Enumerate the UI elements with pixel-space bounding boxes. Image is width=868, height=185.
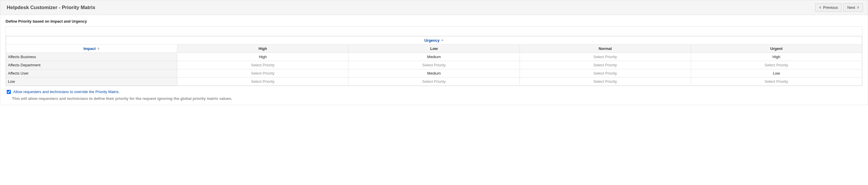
priority-cell[interactable]: Select Priority [520, 61, 691, 69]
priority-cell[interactable]: Select Priority [348, 61, 520, 69]
matrix-row: Affects UserSelect PriorityMediumSelect … [6, 69, 862, 78]
priority-cell[interactable]: Select Priority [691, 78, 862, 86]
urgency-column-header: Urgent [691, 45, 862, 53]
impact-row-label: Affects Department [6, 61, 177, 69]
priority-cell[interactable]: Select Priority [691, 61, 862, 69]
arrow-right-icon [441, 38, 444, 43]
priority-cell[interactable]: Select Priority [520, 78, 691, 86]
matrix-wrapper: Urgency Impact HighLowNormalUrgentAffect… [6, 26, 862, 86]
page-title: Helpdesk Customizer - Priority Matrix [7, 5, 95, 10]
urgency-axis-label: Urgency [424, 38, 444, 43]
impact-row-label: Affects User [6, 69, 177, 78]
matrix-spacer [6, 27, 862, 36]
page-container: Helpdesk Customizer - Priority Matrix Pr… [0, 0, 868, 105]
priority-cell[interactable]: Select Priority [520, 53, 691, 61]
priority-cell[interactable]: Select Priority [177, 61, 348, 69]
priority-cell[interactable]: Medium [348, 69, 520, 78]
previous-button-label: Previous [823, 5, 838, 10]
impact-axis-header: Impact [6, 45, 177, 53]
chevron-right-icon [857, 5, 859, 10]
priority-cell[interactable]: Medium [348, 53, 520, 61]
next-button-label: Next [847, 5, 855, 10]
matrix-row: Affects BusinessHighMediumSelect Priorit… [6, 53, 862, 61]
priority-cell[interactable]: Select Priority [177, 78, 348, 86]
urgency-column-header: Low [348, 45, 520, 53]
content-area: Define Priority based on Impact and Urge… [0, 15, 868, 105]
priority-cell[interactable]: High [177, 53, 348, 61]
matrix-row: Affects DepartmentSelect PrioritySelect … [6, 61, 862, 69]
priority-cell[interactable]: High [691, 53, 862, 61]
priority-cell[interactable]: Select Priority [348, 78, 520, 86]
urgency-column-header: High [177, 45, 348, 53]
next-button[interactable]: Next [843, 3, 863, 12]
section-title: Define Priority based on Impact and Urge… [6, 19, 862, 24]
priority-matrix-table: Urgency Impact HighLowNormalUrgentAffect… [6, 36, 862, 86]
urgency-axis-header: Urgency [6, 36, 862, 45]
priority-cell[interactable]: Select Priority [520, 69, 691, 78]
chevron-left-icon [819, 5, 822, 10]
impact-axis-label: Impact [84, 46, 100, 51]
matrix-row: LowSelect PrioritySelect PrioritySelect … [6, 78, 862, 86]
page-header: Helpdesk Customizer - Priority Matrix Pr… [0, 0, 868, 15]
override-label[interactable]: Allow requesters and technicians to over… [13, 89, 120, 94]
arrow-down-icon [97, 46, 100, 51]
override-row: Allow requesters and technicians to over… [6, 86, 862, 94]
previous-button[interactable]: Previous [815, 3, 842, 12]
priority-cell[interactable]: Select Priority [177, 69, 348, 78]
override-checkbox[interactable] [7, 90, 11, 94]
nav-buttons: Previous Next [815, 3, 863, 12]
urgency-column-header: Normal [520, 45, 691, 53]
impact-row-label: Low [6, 78, 177, 86]
impact-row-label: Affects Business [6, 53, 177, 61]
priority-cell[interactable]: Low [691, 69, 862, 78]
override-help-text: This will allow requesters and technicia… [12, 96, 862, 101]
